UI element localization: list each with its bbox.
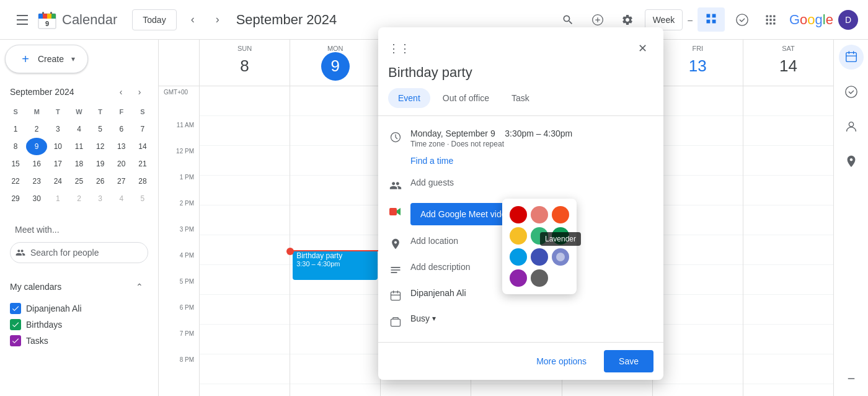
mini-cal-day[interactable]: 13: [111, 138, 132, 155]
day-name: SUN: [200, 45, 290, 52]
mini-cal-day[interactable]: 30: [26, 190, 47, 207]
mini-cal-day[interactable]: 5: [132, 190, 153, 207]
mini-cal-day[interactable]: 7: [132, 120, 153, 138]
mini-cal-day[interactable]: 4: [68, 120, 89, 138]
mini-cal-day[interactable]: 3: [47, 120, 68, 138]
status-dropdown-button[interactable]: Busy ▾: [410, 313, 436, 323]
mini-cal-day[interactable]: 2: [68, 190, 89, 207]
day-number[interactable]: 13: [683, 52, 712, 81]
hour-line: [653, 205, 743, 235]
day-body-fri: [652, 86, 743, 396]
search-people-input[interactable]: Search for people: [10, 242, 148, 263]
mini-cal-day[interactable]: 28: [132, 173, 153, 190]
contacts-icon-button[interactable]: [839, 114, 864, 139]
prev-button[interactable]: ‹: [182, 9, 204, 31]
modal-drag-handle[interactable]: ⋮⋮: [388, 42, 410, 55]
mini-cal-title: September 2024: [10, 87, 74, 97]
calendar-item[interactable]: Dipanjenah Ali: [10, 300, 148, 317]
mini-cal-next[interactable]: ›: [131, 83, 148, 101]
mini-cal-day[interactable]: 8: [5, 138, 26, 155]
hour-line: [290, 176, 380, 205]
hour-line: [743, 325, 833, 354]
mini-cal-day[interactable]: 27: [111, 173, 132, 190]
mini-cal-day[interactable]: 29: [5, 190, 26, 207]
maps-icon-button[interactable]: [839, 149, 864, 174]
calendar-item[interactable]: Tasks: [10, 333, 148, 349]
tab-event[interactable]: Event: [388, 88, 430, 108]
expand-sidebar-button[interactable]: [839, 366, 864, 391]
mini-cal-day[interactable]: 12: [90, 138, 111, 155]
modal-close-button[interactable]: ✕: [631, 37, 653, 60]
mini-cal-day[interactable]: 9: [26, 138, 47, 155]
time-label: 8 PM: [159, 356, 199, 386]
color-swatch-graphite[interactable]: [531, 269, 548, 287]
svg-rect-13: [706, 20, 710, 24]
color-swatch-lavender[interactable]: [552, 248, 569, 266]
mini-cal-day[interactable]: 6: [111, 120, 132, 138]
hour-line: [653, 295, 743, 325]
mini-cal-day[interactable]: 1: [5, 120, 26, 138]
mini-cal-day[interactable]: 17: [47, 155, 68, 173]
hour-line: [200, 235, 290, 265]
mini-cal-day[interactable]: 18: [68, 155, 89, 173]
day-number[interactable]: 8: [231, 52, 259, 81]
tab-out-of-office[interactable]: Out of office: [433, 88, 499, 108]
people-search-icon: [16, 248, 25, 258]
mini-cal-day[interactable]: 16: [26, 155, 47, 173]
color-swatch-flamingo[interactable]: [531, 206, 548, 223]
month-view-button[interactable]: [698, 7, 725, 32]
hour-line: [653, 176, 743, 205]
day-number[interactable]: 14: [774, 52, 802, 81]
mini-cal-day[interactable]: 2: [26, 120, 47, 138]
calendar-item[interactable]: Birthdays: [10, 317, 148, 333]
mini-cal-day[interactable]: 21: [132, 155, 153, 173]
tab-task[interactable]: Task: [502, 88, 539, 108]
menu-icon-button[interactable]: [10, 7, 35, 32]
mini-cal-day[interactable]: 23: [26, 173, 47, 190]
hour-line: [653, 116, 743, 146]
time-label: 12 PM: [159, 148, 199, 178]
svg-rect-9: [51, 14, 56, 19]
color-swatch-banana[interactable]: [510, 227, 527, 245]
today-button[interactable]: Today: [132, 9, 176, 30]
mini-cal-day[interactable]: 10: [47, 138, 68, 155]
save-button[interactable]: Save: [604, 350, 653, 372]
mini-cal-day[interactable]: 15: [5, 155, 26, 173]
tasks-icon-button[interactable]: [839, 79, 864, 104]
create-button[interactable]: + Create ▾: [5, 45, 88, 73]
sidebar: + Create ▾ September 2024 ‹ › SMTWTFS 12…: [0, 40, 159, 396]
calendar-name-label: Dipanjenah Ali: [410, 288, 466, 298]
color-swatch-grape[interactable]: [510, 269, 527, 287]
day-number[interactable]: 9: [321, 52, 350, 81]
task-view-button[interactable]: [730, 7, 755, 32]
color-swatch-tomato[interactable]: [510, 206, 527, 223]
mini-cal-day[interactable]: 22: [5, 173, 26, 190]
more-options-button[interactable]: More options: [526, 351, 596, 371]
time-label: 2 PM: [159, 200, 199, 230]
mini-cal-day[interactable]: 5: [90, 120, 111, 138]
mini-cal-day[interactable]: 24: [47, 173, 68, 190]
next-button[interactable]: ›: [206, 9, 229, 31]
mini-cal-day[interactable]: 14: [132, 138, 153, 155]
color-swatch-tangerine[interactable]: [552, 206, 569, 223]
mini-cal-day[interactable]: 26: [90, 173, 111, 190]
mini-cal-day[interactable]: 3: [90, 190, 111, 207]
hour-line: [290, 116, 380, 146]
mini-cal-day[interactable]: 19: [90, 155, 111, 173]
mini-cal-day[interactable]: 20: [111, 155, 132, 173]
user-avatar[interactable]: D: [838, 10, 858, 30]
apps-button[interactable]: [760, 9, 782, 31]
color-swatch-peacock[interactable]: [510, 248, 527, 266]
contacts-person-icon: [844, 120, 858, 133]
my-calendars-collapse[interactable]: ⌃: [131, 278, 148, 295]
mini-cal-day[interactable]: 4: [111, 190, 132, 207]
mini-cal-day[interactable]: 1: [47, 190, 68, 207]
mini-cal-prev[interactable]: ‹: [112, 83, 130, 101]
mini-cal-day[interactable]: 11: [68, 138, 89, 155]
mini-cal-day[interactable]: 25: [68, 173, 89, 190]
color-swatch-blueberry[interactable]: [531, 248, 548, 266]
event-birthday-party[interactable]: Birthday party3:30 – 4:30pm: [293, 250, 378, 280]
find-time-link[interactable]: Find a time: [410, 153, 453, 168]
hour-line: [200, 146, 290, 176]
reminder-icon-button[interactable]: [839, 45, 864, 70]
